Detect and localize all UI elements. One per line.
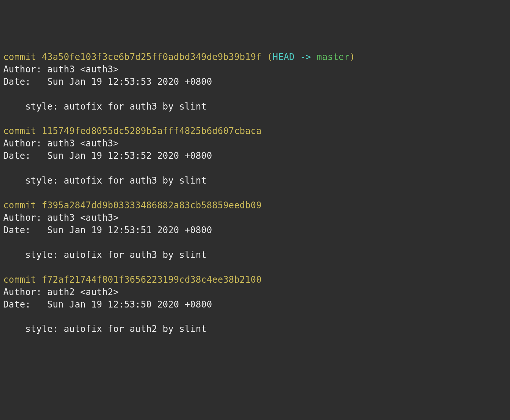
commit-entry: commit f395a2847dd9b03333486882a83cb5885… xyxy=(3,199,507,274)
ref-close: ) xyxy=(350,52,355,62)
blank-line xyxy=(3,236,507,249)
commit-entry: commit 43a50fe103f3ce6b7d25ff0adbd349de9… xyxy=(3,51,507,125)
commit-keyword: commit xyxy=(3,52,36,62)
commit-line: commit 43a50fe103f3ce6b7d25ff0adbd349de9… xyxy=(3,51,507,63)
blank-line xyxy=(3,261,507,274)
commit-hash: f395a2847dd9b03333486882a83cb58859eedb09 xyxy=(42,200,262,210)
head-ref: HEAD -> xyxy=(273,52,317,62)
author-line: Author: auth3 <auth3> xyxy=(3,63,507,76)
blank-line xyxy=(3,310,507,323)
commit-line: commit f72af21744f801f3656223199cd38c4ee… xyxy=(3,274,507,286)
author-line: Author: auth3 <auth3> xyxy=(3,212,507,224)
blank-line xyxy=(3,88,507,100)
commit-keyword: commit xyxy=(3,200,36,210)
commit-hash: f72af21744f801f3656223199cd38c4ee38b2100 xyxy=(42,274,262,285)
commit-message: style: autofix for auth3 by slint xyxy=(3,174,507,187)
date-line: Date: Sun Jan 19 12:53:52 2020 +0800 xyxy=(3,150,507,162)
blank-line xyxy=(3,162,507,174)
date-line: Date: Sun Jan 19 12:53:51 2020 +0800 xyxy=(3,224,507,236)
date-line: Date: Sun Jan 19 12:53:50 2020 +0800 xyxy=(3,298,507,311)
commit-message: style: autofix for auth3 by slint xyxy=(3,100,507,113)
author-line: Author: auth3 <auth3> xyxy=(3,137,507,150)
commit-keyword: commit xyxy=(3,126,36,136)
commit-hash: 115749fed8055dc5289b5afff4825b6d607cbaca xyxy=(42,126,262,136)
ref-open: ( xyxy=(262,52,273,62)
blank-line xyxy=(3,335,507,348)
commit-keyword: commit xyxy=(3,274,36,285)
commit-message: style: autofix for auth2 by slint xyxy=(3,323,507,335)
commit-entry: commit f72af21744f801f3656223199cd38c4ee… xyxy=(3,274,507,348)
date-line: Date: Sun Jan 19 12:53:53 2020 +0800 xyxy=(3,76,507,88)
git-log-output: commit 43a50fe103f3ce6b7d25ff0adbd349de9… xyxy=(3,51,507,348)
commit-hash: 43a50fe103f3ce6b7d25ff0adbd349de9b39b19f xyxy=(42,52,262,62)
branch-ref: master xyxy=(317,52,350,62)
commit-line: commit 115749fed8055dc5289b5afff4825b6d6… xyxy=(3,125,507,137)
commit-line: commit f395a2847dd9b03333486882a83cb5885… xyxy=(3,199,507,212)
blank-line xyxy=(3,112,507,125)
commit-entry: commit 115749fed8055dc5289b5afff4825b6d6… xyxy=(3,125,507,199)
author-line: Author: auth2 <auth2> xyxy=(3,286,507,298)
blank-line xyxy=(3,187,507,199)
commit-message: style: autofix for auth3 by slint xyxy=(3,249,507,261)
